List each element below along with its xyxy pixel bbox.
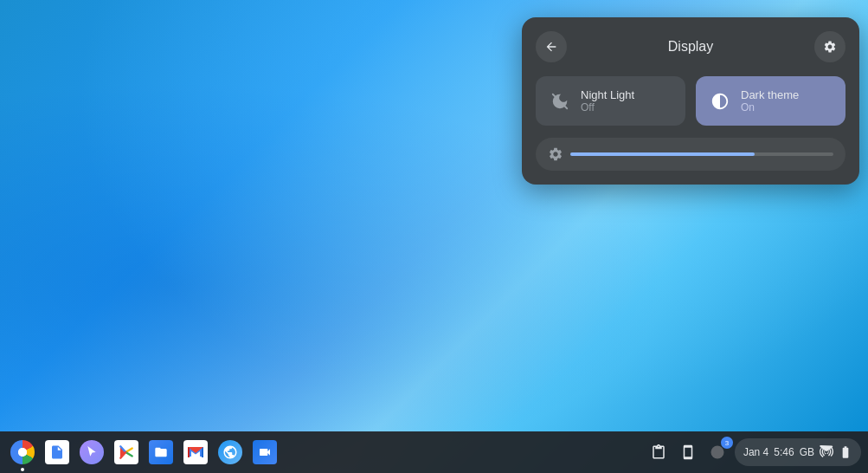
taskbar-right: 3 Jan 4 5:46 GB [646,438,861,466]
clipboard-icon[interactable] [646,440,671,464]
taskbar-app-duo[interactable] [249,437,280,468]
svg-point-3 [710,446,723,459]
taskbar-app-docs[interactable] [42,437,73,468]
brightness-row[interactable] [536,138,845,171]
battery-icon [839,445,852,459]
taskbar-app-browser[interactable] [215,437,246,468]
notification-badge: 3 [721,437,733,449]
back-button[interactable] [536,31,567,62]
time-label: 5:46 [774,446,794,458]
safari-icon [218,440,242,464]
docs-icon [45,440,69,464]
dark-theme-icon [710,91,730,112]
night-light-card[interactable]: Night Light Off [536,76,685,126]
desktop: Display Night Light Off [0,0,868,473]
taskbar-app-files[interactable] [145,437,177,468]
display-panel: Display Night Light Off [522,17,859,185]
brightness-icon [548,146,563,162]
panel-title: Display [668,39,713,55]
brightness-fill [570,152,755,156]
chrome-icon [10,440,35,464]
dark-theme-text: Dark theme On [741,88,799,113]
cursor-icon [80,440,104,464]
panel-settings-button[interactable] [814,31,845,62]
toggle-cards: Night Light Off Dark theme On [536,76,845,126]
play-icon [114,440,138,464]
svg-rect-2 [54,454,58,455]
wifi-icon [820,445,833,459]
taskbar-status-pill[interactable]: Jan 4 5:46 GB [735,438,861,466]
svg-rect-1 [54,452,61,453]
brightness-slider[interactable] [570,152,833,156]
storage-label: GB [800,446,814,458]
taskbar-app-play[interactable] [111,437,142,468]
night-light-label: Night Light [581,88,634,101]
night-light-status: Off [581,101,634,113]
gmail-icon [183,440,208,464]
duo-icon [253,440,277,464]
dark-theme-card[interactable]: Dark theme On [696,76,845,126]
taskbar-app-cursor[interactable] [76,437,107,468]
panel-header: Display [536,31,845,62]
dark-theme-label: Dark theme [741,88,799,101]
mic-badge-container[interactable]: 3 [705,440,730,464]
phone-icon[interactable] [676,440,700,464]
files-icon [149,440,173,464]
date-label: Jan 4 [743,446,768,458]
night-light-text: Night Light Off [581,88,634,113]
taskbar-app-gmail[interactable] [180,437,211,468]
dark-theme-status: On [741,101,799,113]
taskbar: 3 Jan 4 5:46 GB [0,431,868,473]
night-light-off-icon [550,91,570,112]
taskbar-app-chrome[interactable] [7,437,38,468]
taskbar-apps [7,437,280,468]
